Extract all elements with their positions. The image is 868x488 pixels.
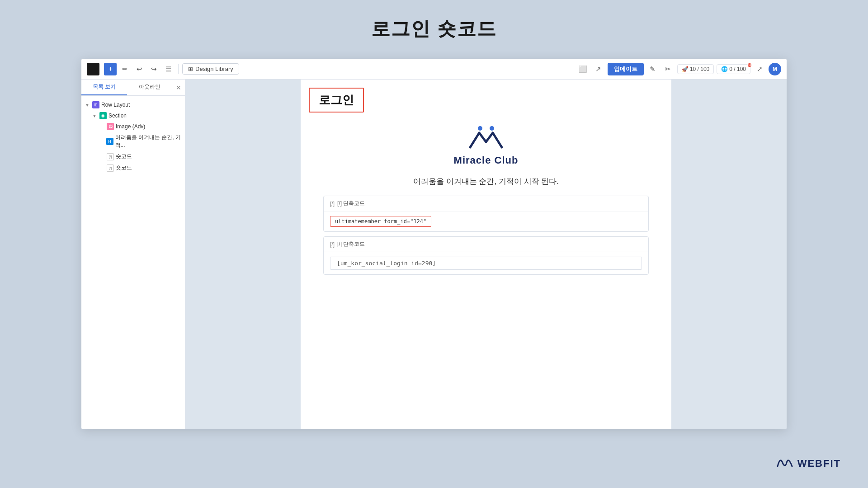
counter2-value: 0 / 100 (729, 66, 746, 72)
shortcode1-body: ultimatemember form_id="124" (324, 211, 648, 231)
toolbar-right: ⬜ ↗ 업데이트 ✎ ✂ 🚀 10 / 100 🌐 0 / 100 7:30 ⤢… (577, 63, 781, 75)
shortcode-block-1: [/] [/] 단축코드 ultimatemember form_id="124… (323, 196, 649, 232)
webfit-logo-icon (777, 457, 793, 470)
heading-icon: H (106, 138, 113, 145)
edit-icon[interactable]: ✎ (646, 63, 659, 75)
image-icon: 🖼 (107, 123, 114, 130)
tree-label-shortcode2: 숏코드 (116, 164, 132, 172)
update-button[interactable]: 업데이트 (608, 63, 644, 75)
tree-label-row-layout: Row Layout (101, 102, 130, 108)
design-library-label: Design Library (195, 66, 233, 72)
desktop-icon[interactable]: ⬜ (577, 63, 590, 75)
counter2-badge: 7:30 (748, 63, 751, 67)
tree-label-shortcode1: 숏코드 (116, 153, 132, 160)
tab-list-view[interactable]: 목록 보기 (81, 80, 127, 95)
design-library-icon: ⊞ (188, 66, 193, 72)
arrow-icon: ▼ (92, 113, 98, 118)
counter1-value: 10 / 100 (690, 66, 709, 72)
design-library-button[interactable]: ⊞ Design Library (182, 63, 239, 75)
section-icon: ◉ (99, 112, 107, 119)
redo-button[interactable]: ↪ (147, 63, 160, 75)
undo-button[interactable]: ↩ (133, 63, 146, 75)
page-title: 로그인 숏코드 (0, 0, 868, 42)
menu-button[interactable]: ☰ (162, 63, 175, 75)
shortcode1-header-label: [/] 단축코드 (337, 200, 365, 207)
shortcode2-body: [um_kor_social_login id=290] (324, 252, 648, 274)
editor-body: 목록 보기 아웃라인 ✕ ▼ ⊞ Row Layout ▼ ◉ Section (81, 80, 787, 429)
tree-item-shortcode2[interactable]: [/] 숏코드 (81, 162, 185, 174)
tree-item-section[interactable]: ▼ ◉ Section (81, 110, 185, 121)
sidebar-close-button[interactable]: ✕ (172, 80, 185, 95)
tree-label-section: Section (108, 113, 127, 119)
shortcode1-icon: [/] (107, 153, 114, 160)
shortcode1-code: ultimatemember form_id="124" (330, 216, 431, 227)
tree: ▼ ⊞ Row Layout ▼ ◉ Section 🖼 Image (Adv) (81, 96, 185, 177)
svg-point-0 (478, 126, 482, 131)
canvas-subtitle: 어려움을 이겨내는 순간, 기적이 시작 된다. (413, 176, 559, 187)
canvas: 로그인 Miracle Club 어려움을 이겨내는 순간, 기적이 시 (185, 80, 787, 429)
shortcode1-header-icon: [/] (330, 201, 335, 207)
shortcode2-header-icon: [/] (330, 241, 335, 248)
svg-point-1 (490, 126, 494, 131)
divider1 (178, 64, 179, 74)
tree-item-row-layout[interactable]: ▼ ⊞ Row Layout (81, 99, 185, 110)
shortcode2-icon: [/] (107, 164, 114, 172)
shortcode1-header: [/] [/] 단축코드 (324, 196, 648, 211)
shortcode2-code: [um_kor_social_login id=290] (330, 257, 642, 270)
tree-label-heading: 어려움을 이겨내는 순간, 기적... (115, 134, 182, 149)
webfit-logo: WEBFIT (777, 457, 841, 470)
counter-badge-2[interactable]: 🌐 0 / 100 7:30 (717, 64, 750, 74)
miracle-logo-svg (466, 125, 506, 152)
app-logo (87, 63, 99, 75)
webfit-text: WEBFIT (797, 458, 841, 469)
row-icon: ⊞ (92, 101, 99, 108)
tree-item-image[interactable]: 🖼 Image (Adv) (81, 121, 185, 132)
tab-outline[interactable]: 아웃라인 (127, 80, 173, 95)
canvas-inner: 로그인 Miracle Club 어려움을 이겨내는 순간, 기적이 시 (301, 80, 671, 429)
arrow-icon: ▼ (85, 103, 90, 108)
globe-icon: 🌐 (721, 66, 728, 72)
shortcode2-header: [/] [/] 단축코드 (324, 237, 648, 252)
login-title-box: 로그인 (309, 88, 364, 113)
tree-item-heading[interactable]: H 어려움을 이겨내는 순간, 기적... (81, 132, 185, 151)
external-icon[interactable]: ↗ (592, 63, 605, 75)
tree-label-image: Image (Adv) (116, 123, 145, 130)
sidebar-tabs: 목록 보기 아웃라인 ✕ (81, 80, 185, 96)
sidebar: 목록 보기 아웃라인 ✕ ▼ ⊞ Row Layout ▼ ◉ Section (81, 80, 185, 429)
add-button[interactable]: ＋ (104, 63, 117, 75)
tree-item-shortcode1[interactable]: [/] 숏코드 (81, 151, 185, 162)
shortcode2-header-label: [/] 단축코드 (337, 240, 365, 248)
counter-badge-1[interactable]: 🚀 10 / 100 (677, 64, 714, 74)
miracle-logo: Miracle Club (454, 125, 519, 166)
pencil-button[interactable]: ✏ (118, 63, 131, 75)
toolbar: ＋ ✏ ↩ ↪ ☰ ⊞ Design Library ⬜ ↗ 업데이트 ✎ ✂ … (81, 59, 787, 80)
avatar[interactable]: M (769, 63, 781, 75)
shortcode-block-2: [/] [/] 단축코드 [um_kor_social_login id=290… (323, 236, 649, 275)
editor-window: ＋ ✏ ↩ ↪ ☰ ⊞ Design Library ⬜ ↗ 업데이트 ✎ ✂ … (81, 59, 787, 429)
rocket-icon: 🚀 (682, 66, 689, 72)
miracle-club-name: Miracle Club (454, 155, 519, 166)
fullscreen-icon[interactable]: ⤢ (753, 63, 766, 75)
cut-icon[interactable]: ✂ (662, 63, 675, 75)
